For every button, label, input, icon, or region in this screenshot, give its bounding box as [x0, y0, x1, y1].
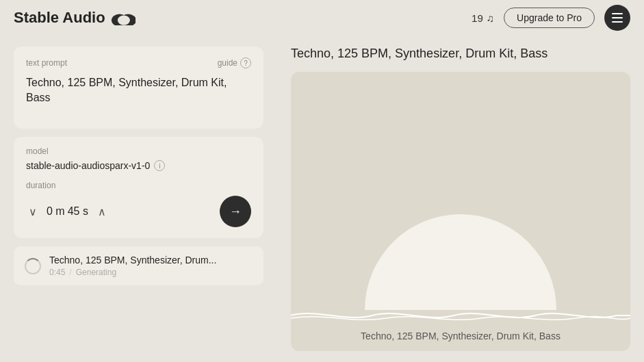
duration-seconds: 45 s	[68, 205, 88, 218]
duration-increase-button[interactable]: ∧	[95, 204, 109, 220]
history-meta: 0:45 / Generating	[49, 268, 216, 277]
artwork-container: Techno, 125 BPM, Synthesizer, Drum Kit, …	[291, 72, 630, 351]
model-card: model stable-audio-audiosparx-v1-0 i dur…	[14, 137, 263, 238]
menu-line-2	[612, 17, 623, 18]
menu-line-3	[612, 21, 623, 23]
main-content: text prompt guide ? Techno, 125 BPM, Syn…	[0, 36, 644, 362]
credits-count: 19	[472, 12, 483, 24]
loading-spinner	[25, 258, 41, 274]
model-name: stable-audio-audiosparx-v1-0	[26, 160, 150, 171]
right-panel: Techno, 125 BPM, Synthesizer, Drum Kit, …	[277, 36, 644, 362]
prompt-label: text prompt	[26, 58, 67, 68]
logo-icon	[111, 10, 136, 25]
duration-minutes: 0 m	[47, 205, 65, 218]
arrow-right-icon: →	[229, 205, 242, 219]
history-status: Generating	[76, 268, 116, 277]
music-note-icon: ♫	[487, 12, 494, 24]
duration-value: 0 m 45 s	[47, 205, 88, 218]
guide-text: guide	[218, 58, 237, 68]
waves-svg	[291, 303, 630, 324]
guide-help-icon: ?	[240, 57, 251, 68]
app-title: Stable Audio	[14, 9, 105, 27]
credits-display: 19 ♫	[472, 12, 494, 24]
model-label: model	[26, 146, 251, 156]
left-panel: text prompt guide ? Techno, 125 BPM, Syn…	[0, 36, 277, 362]
svg-point-2	[118, 15, 130, 25]
header-right: 19 ♫ Upgrade to Pro	[472, 5, 630, 31]
track-title: Techno, 125 BPM, Synthesizer, Drum Kit, …	[291, 47, 630, 61]
model-name-row: stable-audio-audiosparx-v1-0 i	[26, 160, 251, 171]
history-track-title: Techno, 125 BPM, Synthesizer, Drum...	[49, 255, 216, 266]
duration-decrease-button[interactable]: ∨	[26, 204, 40, 220]
history-item[interactable]: Techno, 125 BPM, Synthesizer, Drum... 0:…	[14, 246, 263, 285]
header: Stable Audio 19 ♫ Upgrade to Pro	[0, 0, 644, 36]
sun-shape	[365, 214, 556, 310]
prompt-card: text prompt guide ? Techno, 125 BPM, Syn…	[14, 47, 263, 129]
prompt-label-row: text prompt guide ?	[26, 57, 251, 68]
history-duration: 0:45	[49, 268, 65, 277]
guide-link[interactable]: guide ?	[218, 57, 251, 68]
duration-label: duration	[26, 181, 251, 190]
upgrade-button[interactable]: Upgrade to Pro	[504, 8, 595, 28]
history-info: Techno, 125 BPM, Synthesizer, Drum... 0:…	[49, 255, 216, 277]
track-label-bottom: Techno, 125 BPM, Synthesizer, Drum Kit, …	[291, 331, 630, 341]
menu-line-1	[612, 13, 623, 14]
model-info-icon[interactable]: i	[154, 160, 165, 171]
artwork-inner	[291, 72, 630, 351]
duration-row: ∨ 0 m 45 s ∧ →	[26, 196, 251, 227]
header-left: Stable Audio	[14, 9, 136, 27]
prompt-text[interactable]: Techno, 125 BPM, Synthesizer, Drum Kit, …	[26, 75, 251, 116]
generate-button[interactable]: →	[220, 196, 251, 227]
meta-separator: /	[69, 268, 71, 277]
menu-button[interactable]	[604, 5, 630, 31]
